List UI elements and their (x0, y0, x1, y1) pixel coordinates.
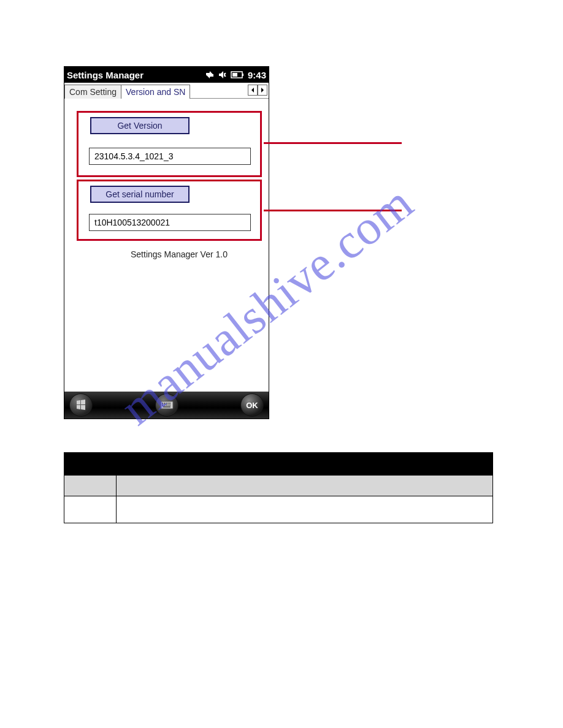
svg-rect-7 (166, 403, 167, 404)
info-table-row2-col2 (117, 496, 492, 523)
ok-button[interactable]: OK (240, 393, 264, 417)
tab-scroll-left-button[interactable] (248, 85, 258, 96)
serial-field[interactable]: t10H100513200021 (89, 214, 251, 231)
svg-rect-10 (162, 404, 163, 406)
tab-scroll-right-button[interactable] (258, 85, 267, 96)
content-pane: Get Version 23104.5.3.4_1021_3 Get seria… (64, 99, 269, 392)
callout-leader-serial (264, 210, 402, 211)
ok-button-label: OK (246, 401, 258, 410)
info-table-header-bar (64, 453, 492, 475)
svg-rect-9 (169, 403, 170, 404)
status-clock: 9:43 (248, 70, 266, 80)
version-field[interactable]: 23104.5.3.4_1021_3 (89, 148, 251, 165)
sync-icon (205, 70, 215, 79)
softkey-bar: OK (64, 392, 269, 419)
volume-icon (218, 70, 227, 79)
svg-rect-2 (232, 73, 237, 77)
app-version-label: Settings Manager Ver 1.0 (131, 249, 228, 259)
battery-icon (231, 71, 244, 78)
start-button[interactable] (69, 393, 93, 417)
svg-rect-6 (164, 403, 165, 404)
info-table-row2-col1 (64, 496, 117, 523)
svg-rect-5 (162, 403, 163, 404)
svg-rect-15 (163, 406, 170, 408)
window-titlebar: Settings Manager 9:43 (64, 67, 269, 83)
info-table (64, 452, 493, 523)
keyboard-button[interactable] (155, 393, 178, 417)
get-serial-button[interactable]: Get serial number (90, 186, 190, 203)
svg-rect-12 (166, 404, 167, 406)
svg-rect-8 (167, 403, 169, 404)
info-table-row1-col1 (64, 475, 117, 496)
svg-rect-1 (242, 74, 243, 76)
tab-strip: Com Setting Version and SN (64, 83, 269, 99)
window-title: Settings Manager (67, 70, 201, 80)
tab-com-setting[interactable]: Com Setting (64, 85, 121, 99)
svg-rect-11 (164, 404, 165, 406)
svg-rect-14 (169, 404, 170, 406)
device-frame: Settings Manager 9:43 Com Setting Versio… (64, 66, 269, 419)
callout-leader-version (264, 142, 402, 144)
get-version-button[interactable]: Get Version (90, 117, 190, 134)
svg-rect-13 (167, 404, 169, 406)
tab-scroll-nav (248, 85, 267, 96)
tab-version-sn[interactable]: Version and SN (121, 85, 190, 99)
info-table-row1-col2 (117, 475, 492, 496)
